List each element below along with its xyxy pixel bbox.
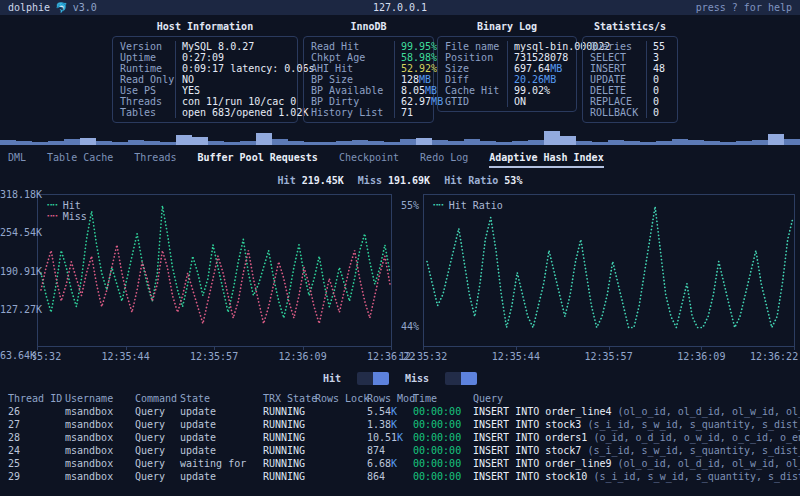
- panel-row-value: 20.26MB: [507, 74, 576, 85]
- panel-row-label: AHI Hit: [304, 63, 394, 74]
- tab-table-cache[interactable]: Table Cache: [47, 149, 113, 166]
- sparkline-bar: [560, 136, 576, 145]
- sparkline-bar: [0, 140, 16, 145]
- panel-row-label: Use PS: [113, 85, 175, 96]
- help-hint[interactable]: press ? for help: [696, 2, 792, 13]
- sparkline-bar: [576, 141, 592, 145]
- cell-username: msandbox: [65, 418, 135, 431]
- table-row[interactable]: 28msandboxQueryupdateRUNNING10.51K00:00:…: [0, 431, 800, 444]
- sparkline-bar: [416, 138, 432, 145]
- panel-row-label: Chkpt Age: [304, 52, 394, 63]
- cell-rows-mod: 1.38K: [367, 418, 413, 431]
- tab-dml[interactable]: DML: [8, 149, 26, 166]
- panel-row: Tablesopen 683/opened 1.02K: [113, 107, 297, 118]
- cell-state: update: [180, 444, 263, 457]
- tab-checkpoint[interactable]: Checkpoint: [339, 149, 399, 166]
- panel-row: Read Hit99.95%: [304, 41, 433, 52]
- cell-rows-mod: 6.68K: [367, 457, 413, 470]
- cell-trx_state: RUNNING: [263, 405, 315, 418]
- column-header: Username: [65, 392, 135, 405]
- y-axis-label: 63.64K: [0, 351, 33, 361]
- table-row[interactable]: 24msandboxQueryupdateRUNNING87400:00:00I…: [0, 444, 800, 457]
- cell-query: INSERT INTO order_line9 (ol_o_id, ol_d_i…: [473, 457, 800, 470]
- legend-entry: ⠒⠒Miss: [46, 211, 87, 222]
- panel-row-value: 99.95%: [394, 41, 437, 52]
- sparkline-bar: [704, 141, 720, 145]
- panel-row: Cache Hit99.02%: [438, 85, 576, 96]
- panel-row-label: UPDATE: [583, 74, 646, 85]
- sparkline-bar: [32, 142, 48, 145]
- queries-sparkline: [0, 126, 800, 145]
- sparkline-bar: [304, 142, 320, 145]
- x-axis-label: 12:35:32: [399, 351, 447, 362]
- panel-row-label: SELECT: [583, 52, 646, 63]
- miss-toggle-label: Miss: [405, 373, 429, 384]
- sparkline-bar: [720, 142, 736, 145]
- panel-row: ROLLBACK0: [583, 107, 677, 118]
- x-axis-tick: [794, 347, 795, 350]
- panel-row-label: Tables: [113, 107, 175, 118]
- hit-total-label: Hit: [278, 175, 296, 186]
- hit-toggle-switch[interactable]: [357, 372, 389, 385]
- x-axis-label: 12:36:22: [750, 351, 798, 362]
- sparkline-bar: [400, 139, 416, 145]
- x-axis-tick: [214, 347, 215, 350]
- sparkline-bar: [336, 141, 352, 145]
- cell-rows_lock: [315, 405, 367, 418]
- tab-redo-log[interactable]: Redo Log: [420, 149, 468, 166]
- miss-total-value: 191.69K: [388, 175, 430, 186]
- cell-rows-mod: 874: [367, 444, 413, 457]
- legend-label: Miss: [63, 211, 87, 222]
- sparkline-bar: [368, 141, 384, 145]
- sparkline-bar: [240, 141, 256, 145]
- cell-trx_state: RUNNING: [263, 457, 315, 470]
- panel-row-value: 48: [646, 63, 677, 74]
- sparkline-bar: [512, 141, 528, 145]
- panel-row-value: 128MB: [394, 74, 433, 85]
- x-axis-tick: [701, 347, 702, 350]
- cell-query: INSERT INTO stock10 (s_i_id, s_w_id, s_q…: [473, 470, 800, 483]
- cell-command: Query: [135, 457, 180, 470]
- panel-box: VersionMySQL 8.0.27Uptime0:27:09Runtime0…: [112, 36, 298, 123]
- x-axis-tick: [126, 347, 127, 350]
- sparkline-bar: [16, 141, 32, 145]
- panel-row-value: 0:27:09: [175, 52, 297, 63]
- sparkline-bar: [464, 139, 480, 145]
- cell-rows-mod: 864: [367, 470, 413, 483]
- chart-legend: ⠒⠒Hit⠒⠒Miss: [46, 200, 87, 222]
- panel-box: File namemysql-bin.000022Position7315280…: [437, 36, 577, 112]
- table-row[interactable]: 26msandboxQueryupdateRUNNING5.54K00:00:0…: [0, 405, 800, 418]
- cell-username: msandbox: [65, 431, 135, 444]
- miss-toggle-switch[interactable]: [445, 372, 477, 385]
- panel-title: Statistics/s: [582, 21, 678, 32]
- panel-row-value: 58.98%: [394, 52, 437, 63]
- sparkline-bar: [272, 139, 288, 145]
- tab-threads[interactable]: Threads: [134, 149, 176, 166]
- legend-marker-icon: ⠒⠒: [46, 211, 57, 222]
- value-unit: K: [391, 458, 397, 469]
- cell-thread_id: 26: [8, 405, 65, 418]
- sparkline-bar: [288, 141, 304, 145]
- panel-row-label: GTID: [438, 96, 507, 107]
- panel-row-value: ON: [507, 96, 576, 107]
- table-row[interactable]: 25msandboxQuerywaiting forRUNNING6.68K00…: [0, 457, 800, 470]
- tab-buffer-pool-requests[interactable]: Buffer Pool Requests: [197, 149, 317, 166]
- sparkline-bar: [672, 139, 688, 145]
- x-axis-label: 12:35:57: [190, 351, 238, 362]
- sparkline-bar: [592, 142, 608, 145]
- sparkline-bar: [496, 142, 512, 145]
- table-row[interactable]: 29msandboxQueryupdateRUNNING86400:00:00I…: [0, 470, 800, 483]
- cell-query: INSERT INTO order_line4 (ol_o_id, ol_d_i…: [473, 405, 800, 418]
- cell-username: msandbox: [65, 444, 135, 457]
- column-header: State: [180, 392, 263, 405]
- tab-adaptive-hash-index[interactable]: Adaptive Hash Index: [489, 149, 603, 168]
- cell-time: 00:00:00: [413, 431, 473, 444]
- panel-row-label: Version: [113, 41, 175, 52]
- panel-row-value: 0: [646, 74, 677, 85]
- panel-row-label: Runtime: [113, 63, 175, 74]
- panel-row-value: 0: [646, 85, 677, 96]
- table-row[interactable]: 27msandboxQueryupdateRUNNING1.38K00:00:0…: [0, 418, 800, 431]
- cell-state: waiting for: [180, 457, 263, 470]
- sparkline-bar: [64, 139, 80, 145]
- panel-row: History List71: [304, 107, 433, 118]
